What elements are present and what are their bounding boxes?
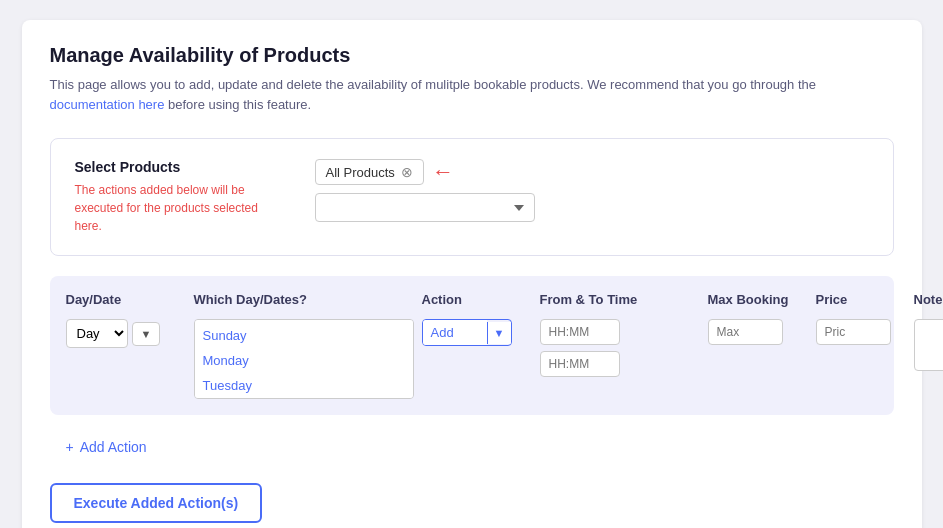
execute-button[interactable]: Execute Added Action(s) (50, 483, 263, 523)
products-dropdown[interactable]: All Products Product A Product B (315, 193, 535, 222)
day-listbox[interactable]: Sunday Monday Tuesday Wednesday (194, 319, 414, 399)
action-label[interactable]: Add (423, 320, 487, 345)
header-day-date: Day/Date (66, 292, 186, 307)
day-sunday[interactable]: Sunday (199, 324, 409, 349)
desc-text-1: This page allows you to add, update and … (50, 77, 817, 92)
plus-icon: + (66, 439, 74, 455)
day-select[interactable]: Day Date (66, 319, 128, 348)
add-action-button[interactable]: + Add Action (50, 431, 163, 463)
day-monday[interactable]: Monday (199, 349, 409, 374)
red-arrow-icon: ← (432, 161, 454, 183)
availability-table-section: Day/Date Which Day/Dates? Action From & … (50, 276, 894, 415)
select-products-sublabel: The actions added below will be executed… (75, 181, 275, 235)
day-date-cell: Day Date ▼ (66, 319, 186, 348)
tag-row: All Products ⊗ ← (315, 159, 555, 185)
page-title: Manage Availability of Products (50, 44, 894, 67)
note-textarea[interactable] (914, 319, 944, 371)
tag-label: All Products (326, 165, 395, 180)
max-booking-input[interactable] (708, 319, 783, 345)
tag-remove-icon[interactable]: ⊗ (401, 164, 413, 180)
execute-section: Execute Added Action(s) (50, 463, 894, 523)
select-products-card: Select Products The actions added below … (50, 138, 894, 256)
day-dropdown-caret[interactable]: ▼ (132, 322, 161, 346)
day-tuesday[interactable]: Tuesday (199, 374, 409, 399)
add-action-label: Add Action (80, 439, 147, 455)
header-max-booking: Max Booking (708, 292, 808, 307)
select-products-controls: All Products ⊗ ← All Products Product A … (315, 159, 555, 222)
doc-link[interactable]: documentation here (50, 97, 165, 112)
page-container: Manage Availability of Products This pag… (22, 20, 922, 528)
header-price: Price (816, 292, 906, 307)
header-note: Note (914, 292, 944, 307)
page-description: This page allows you to add, update and … (50, 75, 894, 114)
which-day-cell: Sunday Monday Tuesday Wednesday (194, 319, 414, 399)
to-time-input[interactable] (540, 351, 620, 377)
action-caret-icon[interactable]: ▼ (487, 322, 511, 344)
select-products-info: Select Products The actions added below … (75, 159, 275, 235)
day-wednesday[interactable]: Wednesday (199, 398, 409, 399)
desc-text-2: before using this feature. (164, 97, 311, 112)
header-action: Action (422, 292, 532, 307)
select-products-label: Select Products (75, 159, 275, 175)
from-time-input[interactable] (540, 319, 620, 345)
all-products-tag[interactable]: All Products ⊗ (315, 159, 424, 185)
header-which-day: Which Day/Dates? (194, 292, 414, 307)
table-header: Day/Date Which Day/Dates? Action From & … (66, 292, 878, 307)
header-from-to-time: From & To Time (540, 292, 700, 307)
action-dropdown[interactable]: Add ▼ (422, 319, 512, 346)
table-row: Day Date ▼ Sunday Monday Tuesday Wednesd… (66, 319, 878, 399)
time-fields-cell (540, 319, 700, 377)
price-input[interactable] (816, 319, 891, 345)
